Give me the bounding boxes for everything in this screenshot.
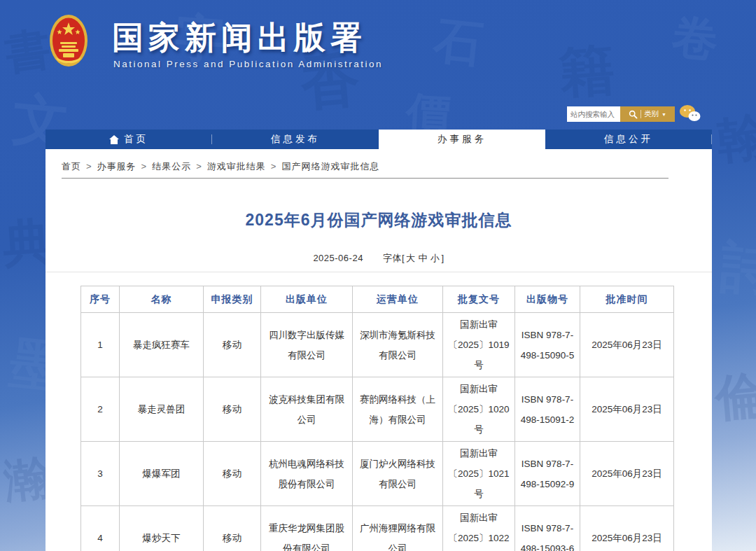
category-label[interactable]: 类别 [644,109,659,119]
table-head: 序号名称申报类别出版单位运营单位批复文号出版物号批准时间 [81,286,674,313]
table-cell: 2025年06月23日 [580,377,674,442]
nav-item-label: 信息发布 [271,133,320,146]
breadcrumb-item-4: 国产网络游戏审批信息 [281,161,379,172]
breadcrumb-separator: > [86,161,92,172]
font-size-bracket-close: ] [442,253,444,263]
table-cell: ISBN 978-7-498-15092-9 [515,442,580,506]
search-divider [640,110,641,118]
nav-item-1[interactable]: 信息发布 [212,130,379,149]
table-cell: 厦门炉火网络科技有限公司 [353,442,443,506]
table-cell: 移动 [204,313,261,377]
nav-separator [711,134,712,144]
nav-item-0[interactable]: 首页 [46,130,212,149]
nav-item-label: 办事服务 [438,133,486,146]
watermark-glyph: 卷 [669,5,721,71]
nav-item-2[interactable]: 办事服务 [379,130,545,149]
breadcrumb-separator: > [271,161,277,172]
column-header: 出版物号 [515,286,580,313]
table-cell: 暴走疯狂赛车 [120,313,204,377]
breadcrumb-item-3[interactable]: 游戏审批结果 [207,161,266,172]
approval-table: 序号名称申报类别出版单位运营单位批复文号出版物号批准时间 1暴走疯狂赛车移动四川… [80,286,674,551]
table-cell: 2025年06月23日 [580,313,674,377]
content-panel: 首页>办事服务>结果公示>游戏审批结果>国产网络游戏审批信息 2025年6月份国… [46,149,712,551]
nav-item-label: 信息公开 [604,133,653,146]
table-cell: 移动 [204,506,261,551]
font-size-buttons: 大中小 [405,253,442,263]
breadcrumb-item-0[interactable]: 首页 [62,161,81,172]
site-search: 类别 ▼ [567,106,675,122]
search-input[interactable] [567,106,620,122]
table-cell: 2025年06月23日 [580,442,674,506]
table-row-2: 3爆爆军团移动杭州电魂网络科技股份有限公司厦门炉火网络科技有限公司国新出审〔20… [81,442,674,506]
site-subtitle: National Press and Publication Administr… [113,59,383,69]
breadcrumb-item-2[interactable]: 结果公示 [152,161,191,172]
publish-date: 2025-06-24 [313,253,363,263]
wechat-icon[interactable] [678,104,701,123]
chevron-down-icon[interactable]: ▼ [662,112,666,117]
national-emblem-logo [49,14,88,70]
breadcrumb-divider [62,178,668,179]
font-size-label: 字体 [383,253,402,263]
table-cell: 广州海狸网络有限公司 [353,506,443,551]
home-icon [109,135,119,144]
column-header: 申报类别 [204,286,261,313]
table-cell: 杭州电魂网络科技股份有限公司 [261,442,353,506]
breadcrumb: 首页>办事服务>结果公示>游戏审批结果>国产网络游戏审批信息 [62,160,379,173]
title-divider [46,272,712,272]
table-cell: 爆爆军团 [120,442,204,506]
table-row-3: 4爆炒天下移动重庆华龙网集团股份有限公司广州海狸网络有限公司国新出审〔2025〕… [81,506,674,551]
nav-item-3[interactable]: 信息公开 [545,130,712,149]
table-cell: 国新出审〔2025〕1020号 [443,377,515,442]
column-header: 运营单位 [353,286,443,313]
breadcrumb-separator: > [196,161,202,172]
table-cell: 波克科技集团有限公司 [261,377,353,442]
table-cell: 暴走灵兽团 [120,377,204,442]
table-cell: 2025年06月23日 [580,506,674,551]
column-header: 出版单位 [261,286,353,313]
watermark-glyph: 倫 [713,362,756,432]
search-icon[interactable] [629,110,638,119]
table-cell: 移动 [204,442,261,506]
table-cell: 重庆华龙网集团股份有限公司 [261,506,353,551]
table-cell: 4 [81,506,120,551]
table-cell: 3 [81,442,120,506]
column-header: 名称 [120,286,204,313]
font-size-option-1[interactable]: 中 [419,253,428,263]
table-row-1: 2暴走灵兽团移动波克科技集团有限公司赛韵网络科技（上海）有限公司国新出审〔202… [81,377,674,442]
column-header: 批复文号 [443,286,515,313]
font-size-option-0[interactable]: 大 [406,253,416,263]
table-cell: 国新出审〔2025〕1021号 [443,442,515,506]
search-category-button[interactable]: 类别 ▼ [620,106,675,122]
column-header: 序号 [81,286,120,313]
watermark-glyph: 石 [430,8,486,78]
table-cell: 国新出审〔2025〕1022号 [443,506,515,551]
table-cell: ISBN 978-7-498-15093-6 [515,506,580,551]
table-row-0: 1暴走疯狂赛车移动四川数字出版传媒有限公司深圳市海氪斯科技有限公司国新出审〔20… [81,313,674,377]
table-cell: ISBN 978-7-498-15090-5 [515,313,580,377]
table-cell: 国新出审〔2025〕1019号 [443,313,515,377]
site-title: 国家新闻出版署 [112,17,367,59]
table-cell: 四川数字出版传媒有限公司 [261,313,353,377]
table-cell: 赛韵网络科技（上海）有限公司 [353,377,443,442]
font-size-option-2[interactable]: 小 [430,253,440,263]
main-nav: 首页信息发布办事服务信息公开 [46,130,712,149]
watermark-glyph: 書 [1,18,54,85]
breadcrumb-item-1[interactable]: 办事服务 [97,161,136,172]
column-header: 批准时间 [580,286,674,313]
table-cell: 移动 [204,377,261,442]
table-cell: ISBN 978-7-498-15091-2 [515,377,580,442]
table-cell: 1 [81,313,120,377]
page-title: 2025年6月份国产网络游戏审批信息 [46,209,712,231]
table-cell: 深圳市海氪斯科技有限公司 [353,313,443,377]
table-cell: 2 [81,377,120,442]
article-meta: 2025-06-24字体[大中小] [46,252,712,265]
table-body: 1暴走疯狂赛车移动四川数字出版传媒有限公司深圳市海氪斯科技有限公司国新出审〔20… [81,313,674,551]
watermark-glyph: 籍 [557,33,617,110]
watermark-glyph: 翰 [713,102,756,174]
watermark-glyph: 詩 [718,229,756,308]
table-cell: 爆炒天下 [120,506,204,551]
table-header-row: 序号名称申报类别出版单位运营单位批复文号出版物号批准时间 [81,286,674,313]
nav-item-label: 首页 [124,133,148,146]
breadcrumb-separator: > [141,161,148,172]
